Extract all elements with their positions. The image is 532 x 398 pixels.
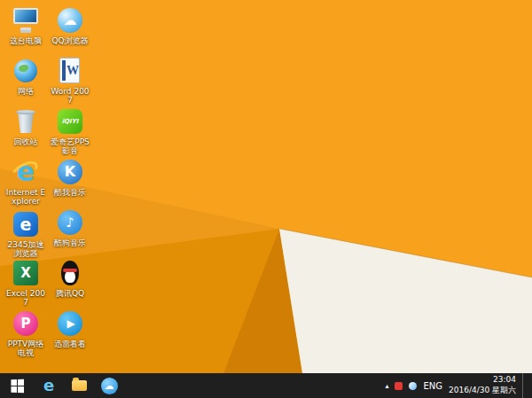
word-letter: W (66, 65, 79, 77)
desktop-icon-xunlei[interactable]: ▶ 迅雷看看 (48, 308, 92, 359)
excel-icon: X (11, 258, 41, 288)
desktop-icon-label: 爱奇艺PPS影音 (48, 137, 92, 156)
desktop-icon-label: Internet Explorer (4, 188, 48, 207)
desktop-icon-recycle-bin[interactable]: 回收站 (4, 106, 48, 157)
browser-2345-icon: e (11, 209, 41, 239)
taskbar-file-explorer[interactable] (64, 373, 94, 398)
ie-letter: e (17, 159, 35, 185)
system-tray: ▴ ENG 23:04 2016/4/30 星期六 (385, 373, 532, 398)
play-glyph: ▶ (65, 318, 74, 329)
internet-explorer-icon: e (11, 157, 41, 187)
show-desktop-button[interactable] (522, 373, 528, 398)
clock-date: 2016/4/30 星期六 (449, 386, 516, 396)
tray-security-icon[interactable] (395, 382, 403, 390)
desktop-icon-label: QQ浏览器 (48, 36, 92, 45)
desktop-icon-word-2007[interactable]: W Word 2007 (48, 56, 92, 106)
desktop-icon-label: 酷我音乐 (48, 188, 92, 197)
desktop-icon-label: 迅雷看看 (48, 339, 92, 348)
windows-logo-icon (11, 378, 24, 392)
desktop-icon-iqiyi[interactable]: iQIYI 爱奇艺PPS影音 (48, 106, 92, 157)
word-document-icon: W (55, 56, 85, 86)
desktop-icon-tencent-qq[interactable]: 腾讯QQ (48, 258, 92, 308)
desktop-icon-label: 腾讯QQ (48, 289, 92, 298)
folder-icon (72, 380, 87, 391)
penguin-belly (65, 270, 75, 283)
penguin-scarf (63, 269, 77, 272)
pptv-icon: P (11, 308, 41, 339)
recycle-bin-icon (11, 106, 41, 137)
desktop-icon-label: 回收站 (4, 137, 48, 146)
e-letter: e (20, 216, 32, 233)
kuwo-music-icon: K (55, 157, 85, 187)
qq-browser-icon: ☁ (55, 5, 85, 35)
excel-letter: X (20, 267, 31, 280)
desktop-icon-network[interactable]: 网络 (4, 56, 48, 106)
desktop-icon-kugou[interactable]: ♪ 酷狗音乐 (48, 207, 92, 258)
start-button[interactable] (0, 373, 34, 398)
pptv-letter: P (21, 317, 31, 331)
taskbar: e ☁ ▴ ENG 23:04 2016/4/30 星期六 (0, 373, 532, 398)
qq-penguin-icon (55, 258, 85, 288)
desktop-icon-label: 这台电脑 (4, 36, 48, 45)
xunlei-player-icon: ▶ (55, 308, 85, 339)
desktop-icon-grid: 这台电脑 ☁ QQ浏览器 网络 W Word 2007 回收站 iQIYI (4, 5, 92, 359)
taskbar-cloud-app[interactable]: ☁ (94, 373, 124, 398)
desktop-icon-label: 2345加速浏览器 (4, 240, 48, 259)
desktop-icon-qq-browser[interactable]: ☁ QQ浏览器 (48, 5, 92, 56)
tray-app-icon[interactable] (409, 382, 417, 390)
clock-time: 23:04 (449, 375, 516, 386)
kugou-music-icon: ♪ (55, 207, 85, 238)
kuwo-letter: K (65, 165, 75, 179)
taskbar-clock[interactable]: 23:04 2016/4/30 星期六 (449, 375, 516, 395)
desktop: 这台电脑 ☁ QQ浏览器 网络 W Word 2007 回收站 iQIYI (0, 0, 532, 373)
ie-icon: e (43, 378, 54, 394)
network-globe-icon (11, 56, 41, 86)
desktop-icon-label: PPTV网络电视 (4, 339, 48, 358)
desktop-icon-internet-explorer[interactable]: e Internet Explorer (4, 157, 48, 207)
desktop-icon-this-pc[interactable]: 这台电脑 (4, 5, 48, 56)
iqiyi-icon: iQIYI (55, 106, 85, 137)
computer-icon (11, 5, 41, 35)
desktop-icon-label: 酷狗音乐 (48, 238, 92, 247)
desktop-icon-label: 网络 (4, 87, 48, 96)
tray-overflow-arrow-icon[interactable]: ▴ (385, 382, 388, 390)
music-note-glyph: ♪ (66, 216, 74, 230)
taskbar-internet-explorer[interactable]: e (34, 373, 64, 398)
cloud-glyph: ☁ (64, 14, 77, 27)
desktop-icon-label: Excel 2007 (4, 289, 48, 308)
desktop-icon-excel-2007[interactable]: X Excel 2007 (4, 258, 48, 308)
iqiyi-wordmark: iQIYI (62, 119, 79, 125)
desktop-icon-pptv[interactable]: P PPTV网络电视 (4, 308, 48, 359)
desktop-icon-label: Word 2007 (48, 87, 92, 105)
cloud-icon: ☁ (101, 378, 118, 394)
desktop-icon-kuwo[interactable]: K 酷我音乐 (48, 157, 92, 207)
desktop-icon-2345-browser[interactable]: e 2345加速浏览器 (4, 207, 48, 258)
language-indicator[interactable]: ENG (423, 381, 442, 391)
